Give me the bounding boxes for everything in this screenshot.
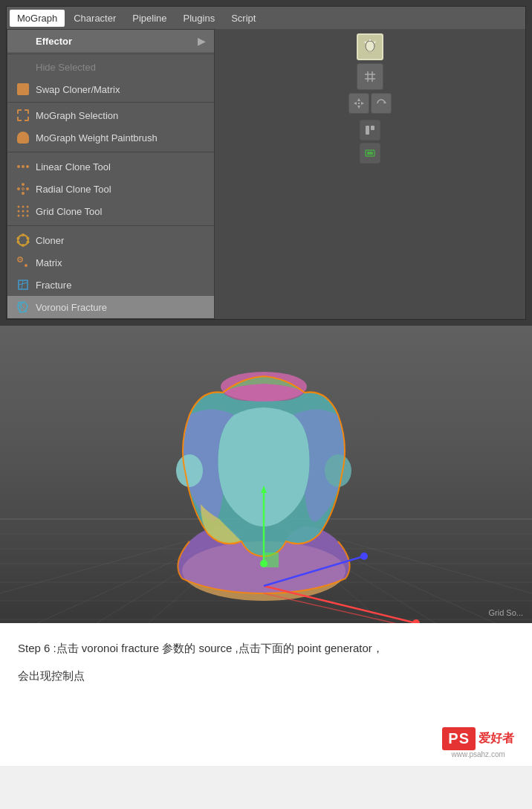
radial-clone-icon <box>16 182 30 196</box>
cloner-icon <box>16 233 30 247</box>
menu-pipeline[interactable]: Pipeline <box>125 10 174 27</box>
sep2 <box>7 102 214 103</box>
svg-point-6 <box>17 187 20 190</box>
tool-row-1 <box>357 63 383 90</box>
svg-point-15 <box>22 215 25 217</box>
svg-point-34 <box>366 41 374 51</box>
svg-point-2 <box>26 165 29 168</box>
grid-clone-label: Grid Clone Tool <box>36 206 102 217</box>
ps-url: www.psahz.com <box>452 750 505 758</box>
dropdown-mograph-selection[interactable]: MoGraph Selection <box>7 104 214 126</box>
effector-label: Effector <box>36 36 72 47</box>
linear-clone-label: Linear Clone Tool <box>36 161 111 173</box>
svg-point-8 <box>18 206 20 208</box>
menu-mograph[interactable]: MoGraph <box>10 10 65 27</box>
viewport-section: Grid So... <box>0 326 532 623</box>
svg-point-21 <box>22 244 25 247</box>
svg-point-7 <box>22 188 25 190</box>
dropdown-mograph-weight[interactable]: MoGraph Weight Paintbrush <box>7 126 214 149</box>
svg-line-28 <box>19 283 27 285</box>
svg-point-5 <box>22 192 25 195</box>
svg-rect-80 <box>264 552 279 567</box>
grid-button[interactable] <box>357 63 383 90</box>
grid-svg <box>0 326 532 623</box>
menu-character[interactable]: Character <box>66 10 123 27</box>
effector-icon <box>16 34 30 48</box>
ps-badge: PS <box>442 727 476 750</box>
right-panel <box>215 29 525 319</box>
menu-bar: MoGraph Character Pipeline Plugins Scrip… <box>7 7 525 29</box>
svg-marker-44 <box>357 106 360 109</box>
voronoi-icon <box>16 300 30 314</box>
swap-cloner-label: Swap Cloner/Matrix <box>36 84 120 95</box>
dropdown-grid-clone[interactable]: Grid Clone Tool <box>7 200 214 222</box>
grid-clone-icon <box>16 204 30 218</box>
svg-point-11 <box>18 210 20 213</box>
svg-rect-50 <box>371 126 374 130</box>
c4d-window: MoGraph Character Pipeline Plugins Scrip… <box>6 6 526 320</box>
fracture-icon <box>16 278 30 291</box>
menu-plugins[interactable]: Plugins <box>176 10 223 27</box>
svg-point-26 <box>25 264 27 267</box>
dropdown-swap-cloner[interactable]: Swap Cloner/Matrix <box>7 78 214 100</box>
svg-point-12 <box>22 210 25 213</box>
hide-icon <box>16 60 30 74</box>
svg-rect-47 <box>358 103 360 104</box>
svg-point-13 <box>27 210 29 213</box>
rotate-button[interactable] <box>371 93 392 114</box>
svg-point-17 <box>18 235 28 245</box>
svg-point-23 <box>17 237 20 240</box>
sep1 <box>7 54 214 54</box>
svg-rect-35 <box>368 51 372 54</box>
viewport-label: Grid So... <box>489 608 523 617</box>
radial-clone-label: Radial Clone Tool <box>36 184 111 195</box>
side-tool-1[interactable] <box>360 120 380 141</box>
step-text-2: 会出现控制点 <box>18 665 514 686</box>
svg-point-4 <box>26 187 29 190</box>
mograph-weight-label: MoGraph Weight Paintbrush <box>36 132 158 144</box>
svg-point-3 <box>22 183 25 186</box>
bulb-button[interactable] <box>357 33 383 60</box>
dropdown-effector[interactable]: Effector ▶ <box>7 30 214 52</box>
c4d-body: Effector ▶ Hide Selected Swap Cloner/Mat… <box>7 29 525 319</box>
dropdown-linear-clone[interactable]: Linear Clone Tool <box>7 155 214 178</box>
side-tools <box>360 120 380 164</box>
svg-marker-43 <box>357 98 360 101</box>
top-section: MoGraph Character Pipeline Plugins Scrip… <box>0 0 532 326</box>
sep3 <box>7 152 214 152</box>
step-text-1: Step 6 :点击 voronoi fracture 参数的 source ,… <box>18 638 514 658</box>
svg-line-29 <box>22 280 23 289</box>
svg-point-71 <box>176 454 203 487</box>
svg-point-22 <box>17 241 20 244</box>
fracture-label: Fracture <box>36 280 71 291</box>
svg-point-25 <box>19 259 21 260</box>
svg-marker-45 <box>354 102 357 105</box>
dropdown-fracture[interactable]: Fracture <box>7 274 214 296</box>
matrix-label: Matrix <box>36 257 62 268</box>
svg-line-31 <box>20 303 22 313</box>
dropdown-voronoi[interactable]: Voronoi Fracture <box>7 296 214 318</box>
dropdown-menu: Effector ▶ Hide Selected Swap Cloner/Mat… <box>7 29 215 319</box>
svg-rect-52 <box>367 152 373 155</box>
svg-point-20 <box>27 241 30 244</box>
svg-marker-46 <box>361 102 364 105</box>
svg-point-14 <box>18 215 20 217</box>
mograph-sel-icon <box>16 109 30 122</box>
dropdown-radial-clone[interactable]: Radial Clone Tool <box>7 178 214 200</box>
arrow-icon: ▶ <box>198 36 205 47</box>
dropdown-matrix[interactable]: Matrix <box>7 251 214 274</box>
side-tool-2[interactable] <box>360 143 380 164</box>
mograph-selection-label: MoGraph Selection <box>36 110 118 121</box>
menu-script[interactable]: Script <box>224 10 263 27</box>
weight-brush-icon <box>16 131 30 144</box>
ps-aihao: 爱好者 <box>479 731 514 747</box>
tool-row-2 <box>348 93 392 114</box>
text-section: Step 6 :点击 voronoi fracture 参数的 source ,… <box>0 623 532 727</box>
svg-point-1 <box>22 165 25 168</box>
move-button[interactable] <box>348 93 369 114</box>
svg-point-10 <box>27 206 29 208</box>
svg-line-38 <box>365 42 366 43</box>
svg-point-19 <box>27 237 30 240</box>
dropdown-cloner[interactable]: Cloner <box>7 229 214 251</box>
matrix-icon <box>16 256 30 269</box>
